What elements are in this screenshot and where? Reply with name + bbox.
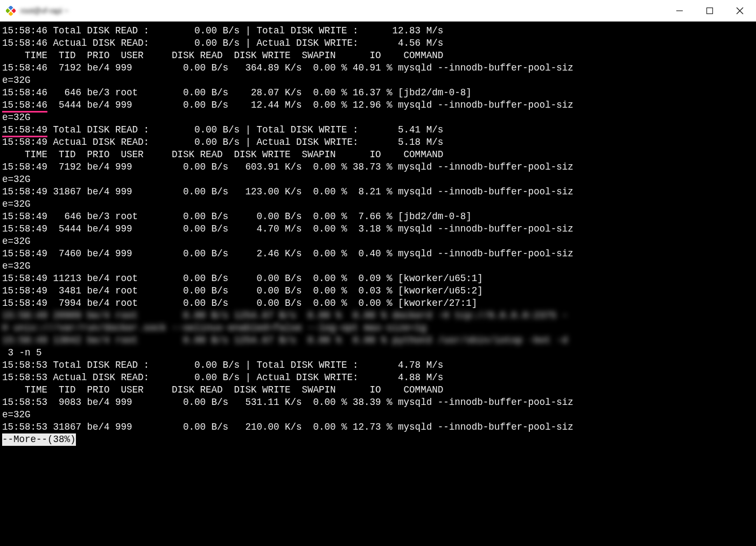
svg-rect-2 xyxy=(6,8,10,13)
terminal-line: 15:58:53 Actual DISK READ: 0.00 B/s | Ac… xyxy=(2,372,754,384)
terminal-line: e=32G xyxy=(2,260,754,272)
maximize-button[interactable] xyxy=(695,0,725,22)
terminal-line: 15:58:49 7460 be/4 999 0.00 B/s 2.46 K/s… xyxy=(2,248,754,260)
terminal-line: e=32G xyxy=(2,198,754,211)
svg-rect-0 xyxy=(9,6,13,10)
terminal-line: TIME TID PRIO USER DISK READ DISK WRITE … xyxy=(2,149,754,161)
terminal-line: e=32G xyxy=(2,235,754,248)
close-button[interactable] xyxy=(725,0,755,22)
more-prompt[interactable]: --More--(38%) xyxy=(2,433,754,446)
terminal-line: 15:58:53 Total DISK READ : 0.00 B/s | To… xyxy=(2,359,754,372)
terminal-line: 15:58:53 9083 be/4 999 0.00 B/s 531.11 K… xyxy=(2,396,754,409)
terminal-output[interactable]: 15:58:46 Total DISK READ : 0.00 B/s | To… xyxy=(0,22,756,546)
terminal-line: 15:58:46 5444 be/4 999 0.00 B/s 12.44 M/… xyxy=(2,99,754,111)
terminal-line: 15:58:49 7192 be/4 999 0.00 B/s 603.91 K… xyxy=(2,161,754,173)
terminal-line: 15:58:49 5444 be/4 999 0.00 B/s 4.70 M/s… xyxy=(2,223,754,235)
minimize-button[interactable] xyxy=(664,0,695,22)
svg-rect-5 xyxy=(707,8,713,13)
terminal-line: 15:58:46 7192 be/4 999 0.00 B/s 364.89 K… xyxy=(2,62,754,74)
terminal-line: 15:58:46 646 be/3 root 0.00 B/s 28.07 K/… xyxy=(2,87,754,99)
terminal-line: 15:58:53 31867 be/4 999 0.00 B/s 210.00 … xyxy=(2,421,754,433)
terminal-line: 15:58:49 20909 be/4 root 0.00 B/s 1254.6… xyxy=(2,310,754,322)
terminal-line: 15:58:49 11213 be/4 root 0.00 B/s 0.00 B… xyxy=(2,272,754,285)
terminal-line: 15:58:46 Actual DISK READ: 0.00 B/s | Ac… xyxy=(2,37,754,50)
terminal-line: e=32G xyxy=(2,111,754,124)
terminal-line: 15:58:49 7994 be/4 root 0.00 B/s 0.00 B/… xyxy=(2,297,754,310)
window-title: root@vf-rapi ~ xyxy=(20,6,68,15)
terminal-line: 15:58:49 Total DISK READ : 0.00 B/s | To… xyxy=(2,124,754,136)
window-titlebar: root@vf-rapi ~ xyxy=(0,0,756,22)
terminal-line: 15:58:49 646 be/3 root 0.00 B/s 0.00 B/s… xyxy=(2,211,754,223)
terminal-line: 15:58:49 13042 be/4 root 0.00 B/s 1254.6… xyxy=(2,334,754,347)
terminal-line: 15:58:49 Actual DISK READ: 0.00 B/s | Ac… xyxy=(2,136,754,149)
terminal-line: H unix:///var/run/docker.sock --selinux-… xyxy=(2,322,754,334)
terminal-line: 15:58:49 3481 be/4 root 0.00 B/s 0.00 B/… xyxy=(2,285,754,297)
terminal-line: 15:58:49 31867 be/4 999 0.00 B/s 123.00 … xyxy=(2,186,754,198)
terminal-line: TIME TID PRIO USER DISK READ DISK WRITE … xyxy=(2,50,754,62)
terminal-line: e=32G xyxy=(2,74,754,87)
terminal-line: e=32G xyxy=(2,173,754,186)
terminal-line: TIME TID PRIO USER DISK READ DISK WRITE … xyxy=(2,384,754,396)
svg-rect-3 xyxy=(9,11,13,16)
app-icon xyxy=(5,5,16,16)
svg-rect-1 xyxy=(11,8,16,13)
terminal-line: 3 -n 5 xyxy=(2,347,754,359)
terminal-line: e=32G xyxy=(2,409,754,421)
terminal-line: 15:58:46 Total DISK READ : 0.00 B/s | To… xyxy=(2,25,754,37)
